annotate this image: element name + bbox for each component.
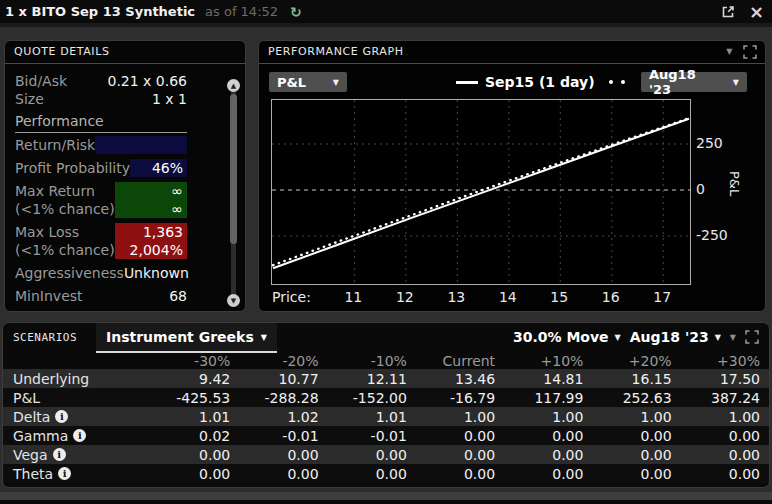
table-cell: 0.00 — [407, 466, 495, 482]
chevron-down-icon: ▼ — [733, 78, 739, 87]
y-axis-tick-label: 250 — [696, 135, 723, 151]
max-loss-label: Max Loss — [15, 223, 115, 241]
table-cell: 1.00 — [495, 409, 583, 425]
table-row-delta: Deltai 1.01 1.02 1.01 1.00 1.00 1.00 1.0… — [3, 407, 770, 426]
table-cell: 0.00 — [319, 447, 407, 463]
close-icon[interactable]: × — [749, 3, 764, 21]
table-cell: -425.53 — [142, 390, 230, 406]
return-risk-label: Return/Risk — [15, 137, 95, 153]
y-axis-tick-label: 0 — [696, 181, 705, 197]
max-loss-row: Max Loss (<1% chance) 1,363 2,004% — [15, 223, 187, 259]
table-cell: 17.50 — [672, 371, 760, 387]
titlebar-divider — [0, 23, 772, 27]
x-axis-tick-label: 13 — [447, 289, 465, 305]
quote-details-content: Bid/Ask 0.21 x 0.66 Size 1 x 1 Performan… — [5, 64, 245, 312]
table-cell: 387.24 — [672, 390, 760, 406]
bid-ask-label: Bid/Ask — [15, 73, 67, 89]
maximize-icon[interactable] — [743, 45, 757, 59]
x-axis-label: Price: — [272, 289, 311, 305]
refresh-icon[interactable]: ↻ — [290, 4, 302, 20]
table-row-gamma: Gammai 0.02 -0.01 -0.01 0.00 0.00 0.00 0… — [3, 426, 770, 445]
row-label: P&L — [13, 390, 40, 406]
x-axis-tick-label: 14 — [499, 289, 517, 305]
row-label: Vega — [13, 447, 48, 463]
table-cell: 117.99 — [495, 390, 583, 406]
table-cell: 0.00 — [583, 447, 671, 463]
table-cell: 0.00 — [142, 466, 230, 482]
info-icon[interactable]: i — [73, 429, 86, 442]
panel-menu-chevron-down-icon[interactable]: ▼ — [730, 333, 736, 342]
table-cell: 1.00 — [407, 409, 495, 425]
view-selector-dropdown[interactable]: Instrument Greeks ▼ — [96, 323, 277, 353]
table-cell: 0.00 — [672, 466, 760, 482]
table-cell: 0.02 — [142, 428, 230, 444]
quote-scrollbar[interactable]: ▲ ▼ — [227, 79, 240, 307]
scenarios-title: SCENARIOS — [13, 331, 77, 344]
chevron-down-icon: ▼ — [715, 333, 721, 342]
table-cell: 12.11 — [319, 371, 407, 387]
scroll-down-icon[interactable]: ▼ — [227, 294, 240, 307]
table-cell: 1.01 — [319, 409, 407, 425]
table-cell: 0.00 — [142, 447, 230, 463]
scroll-up-icon[interactable]: ▲ — [227, 79, 240, 92]
bid-ask-value: 0.21 x 0.66 — [107, 73, 187, 89]
table-cell: 0.00 — [407, 447, 495, 463]
table-cell: 0.00 — [230, 466, 318, 482]
x-axis-tick-label: 12 — [396, 289, 414, 305]
move-range-dropdown[interactable]: 30.0% Move ▼ — [513, 329, 621, 345]
info-icon[interactable]: i — [58, 467, 71, 480]
plot-type-dropdown[interactable]: P&L ▼ — [269, 72, 347, 92]
column-header: +10% — [495, 353, 583, 369]
info-icon[interactable]: i — [55, 410, 68, 423]
size-label: Size — [15, 91, 44, 107]
size-row: Size 1 x 1 — [15, 90, 187, 108]
info-icon[interactable]: i — [53, 448, 66, 461]
max-return-value: ∞ ∞ — [115, 182, 187, 218]
scrollbar-thumb[interactable] — [230, 94, 237, 244]
table-cell: 16.15 — [583, 371, 671, 387]
table-cell: 9.42 — [142, 371, 230, 387]
table-cell: -288.28 — [230, 390, 318, 406]
row-label: Underlying — [13, 371, 89, 387]
x-axis-tick-label: 17 — [653, 289, 671, 305]
table-cell: 13.46 — [407, 371, 495, 387]
table-row-underlying: Underlying 9.42 10.77 12.11 13.46 14.81 … — [3, 369, 770, 388]
table-row-vega: Vegai 0.00 0.00 0.00 0.00 0.00 0.00 0.00 — [3, 445, 770, 464]
column-header: -10% — [319, 353, 407, 369]
table-cell: 0.00 — [495, 447, 583, 463]
table-cell: 0.00 — [495, 428, 583, 444]
table-header-row: -30% -20% -10% Current +10% +20% +30% — [3, 352, 770, 369]
title-bar[interactable]: 1 x BITO Sep 13 Synthetic as of 14:52 ↻ … — [0, 0, 772, 23]
min-invest-value: 68 — [169, 288, 187, 304]
open-in-window-icon[interactable] — [721, 5, 735, 19]
column-header: -20% — [230, 353, 318, 369]
scenario-date-dropdown[interactable]: Aug18 '23 ▼ — [630, 329, 721, 345]
column-header: +20% — [583, 353, 671, 369]
min-invest-label: MinInvest — [15, 288, 83, 304]
quote-details-header: QUOTE DETAILS — [5, 41, 245, 64]
break-even-row: Break Even 13.68 — [15, 310, 187, 312]
performance-section-label: Performance — [15, 113, 187, 133]
table-cell: 0.00 — [583, 428, 671, 444]
max-return-row: Max Return (<1% chance) ∞ ∞ — [15, 182, 187, 218]
table-cell: 0.00 — [672, 428, 760, 444]
quote-details-panel: QUOTE DETAILS Bid/Ask 0.21 x 0.66 Size 1… — [4, 40, 246, 312]
max-return-label: Max Return — [15, 182, 115, 200]
scenarios-header: SCENARIOS Instrument Greeks ▼ 30.0% Move… — [3, 323, 769, 352]
expiration-date-dropdown[interactable]: Aug18 '23 ▼ — [641, 72, 747, 92]
bid-ask-row: Bid/Ask 0.21 x 0.66 — [15, 72, 187, 90]
min-invest-row: MinInvest 68 — [15, 287, 187, 305]
table-cell: 1.00 — [672, 409, 760, 425]
trade-analysis-window: 1 x BITO Sep 13 Synthetic as of 14:52 ↻ … — [0, 0, 772, 504]
chevron-down-icon: ▼ — [333, 78, 339, 87]
max-loss-value: 1,363 2,004% — [115, 223, 187, 259]
scenarios-panel: SCENARIOS Instrument Greeks ▼ 30.0% Move… — [2, 322, 770, 488]
panel-menu-chevron-down-icon[interactable]: ▼ — [726, 41, 733, 63]
table-cell: 0.00 — [230, 447, 318, 463]
column-header: -30% — [142, 353, 230, 369]
maximize-icon[interactable] — [745, 330, 759, 344]
table-cell: 0.00 — [407, 428, 495, 444]
table-cell: 14.81 — [495, 371, 583, 387]
table-cell: 0.00 — [672, 447, 760, 463]
table-cell: 10.77 — [230, 371, 318, 387]
